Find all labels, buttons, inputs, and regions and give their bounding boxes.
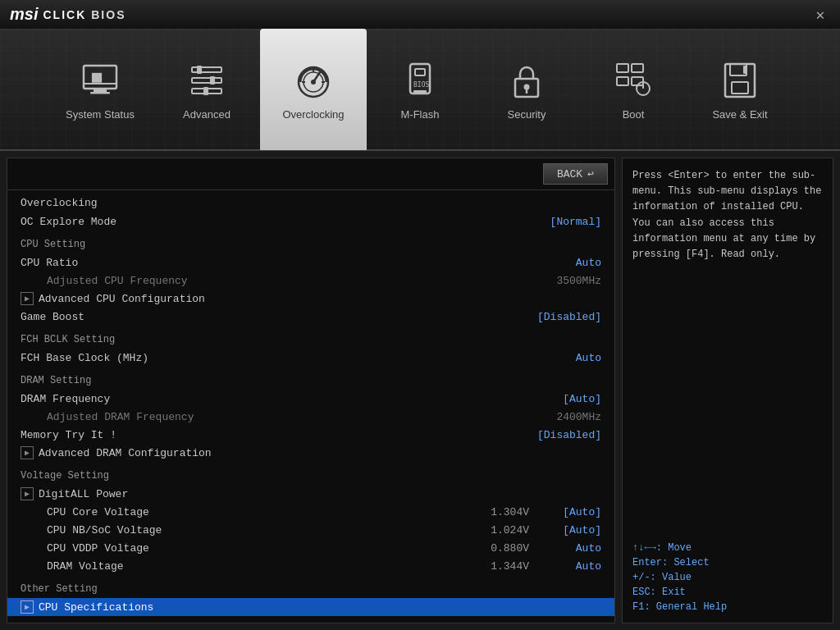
svg-rect-1 xyxy=(94,89,107,92)
svg-rect-25 xyxy=(617,64,628,72)
setting-name: Adjusted DRAM Frequency xyxy=(21,411,536,423)
setting-value: [Disabled] xyxy=(536,429,601,441)
setting-value: [Normal] xyxy=(536,216,601,228)
titlebar: msi CLICK BIOS ✕ xyxy=(0,0,840,30)
settings-panel: BACK ↩ Overclocking OC Explore Mode [Nor… xyxy=(7,158,615,623)
setting-name: CPU Ratio xyxy=(21,257,536,269)
svg-rect-10 xyxy=(203,87,208,95)
setting-val1: 1.304V xyxy=(480,506,529,518)
power-icon xyxy=(612,59,655,102)
setting-value: [Disabled] xyxy=(536,311,601,323)
setting-cpu-ratio[interactable]: CPU Ratio Auto xyxy=(7,253,614,272)
sub-indicator-active: ▶ xyxy=(21,600,34,614)
setting-adv-cpu-config[interactable]: ▶ Advanced CPU Configuration xyxy=(7,290,614,308)
setting-cpu-vddp-voltage[interactable]: CPU VDDP Voltage 0.880V Auto xyxy=(7,539,614,557)
setting-name: FCH Base Clock (MHz) xyxy=(21,352,536,364)
setting-name: ▶ DigitALL Power xyxy=(21,487,536,500)
setting-name: OC Explore Mode xyxy=(21,216,536,228)
key-exit: ESC: Exit xyxy=(632,587,823,598)
navbar: ██ System Status Advanced xyxy=(0,30,840,151)
nav-mflash[interactable]: BIOS M-Flash xyxy=(367,29,473,150)
setting-value: Auto xyxy=(536,542,601,555)
sub-indicator: ▶ xyxy=(21,292,34,305)
setting-name: DRAM Voltage xyxy=(21,560,480,573)
nav-system-status[interactable]: ██ System Status xyxy=(47,29,153,150)
nav-system-status-label: System Status xyxy=(66,108,135,121)
nav-advanced[interactable]: Advanced xyxy=(153,29,260,150)
setting-dram-frequency[interactable]: DRAM Frequency [Auto] xyxy=(7,390,614,408)
setting-name: CPU VDDP Voltage xyxy=(21,542,480,555)
setting-name: CPU NB/SoC Voltage xyxy=(21,524,480,536)
sub-indicator: ▶ xyxy=(21,487,34,500)
nav-security-label: Security xyxy=(508,108,546,121)
setting-fch-base-clock[interactable]: FCH Base Clock (MHz) Auto xyxy=(7,349,614,367)
nav-boot[interactable]: Boot xyxy=(580,29,687,150)
key-select: Enter: Select xyxy=(632,557,823,568)
logo-click-text: CLICK xyxy=(43,8,86,21)
lock-icon xyxy=(505,59,548,102)
nav-boot-label: Boot xyxy=(623,108,645,121)
setting-name: DRAM Frequency xyxy=(21,393,536,405)
setting-val1: 0.880V xyxy=(480,542,529,555)
svg-rect-33 xyxy=(732,82,748,94)
sub-indicator: ▶ xyxy=(21,446,34,459)
sliders-icon xyxy=(185,59,228,102)
section-title: Overclocking xyxy=(7,190,614,212)
setting-adv-dram-config[interactable]: ▶ Advanced DRAM Configuration xyxy=(7,444,614,462)
setting-name: ▶ Advanced DRAM Configuration xyxy=(21,446,536,459)
setting-value: Auto xyxy=(536,257,601,269)
setting-cpu-specifications[interactable]: ▶ CPU Specifications xyxy=(7,598,614,616)
setting-dram-voltage[interactable]: DRAM Voltage 1.344V Auto xyxy=(7,557,614,575)
setting-cpu-nb-voltage[interactable]: CPU NB/SoC Voltage 1.024V [Auto] xyxy=(7,521,614,539)
setting-value: Auto xyxy=(536,352,601,364)
setting-value: 2400MHz xyxy=(536,411,601,423)
key-guide: ↑↓←→: Move Enter: Select +/-: Value ESC:… xyxy=(632,542,823,613)
setting-value: [Auto] xyxy=(536,524,601,536)
setting-name: CPU Core Voltage xyxy=(21,506,480,518)
gauge-icon xyxy=(292,59,335,102)
monitor-icon: ██ xyxy=(79,59,121,102)
key-help: F1: General Help xyxy=(632,601,823,613)
setting-value: Auto xyxy=(536,560,601,573)
help-text: Press <Enter> to enter the sub-menu. Thi… xyxy=(632,168,823,532)
nav-save-exit-label: Save & Exit xyxy=(712,108,767,121)
nav-save-exit[interactable]: Save & Exit xyxy=(687,29,793,150)
setting-value: [Auto] xyxy=(536,393,601,405)
back-label: BACK xyxy=(557,168,582,180)
svg-rect-6 xyxy=(192,78,221,83)
logo-bios-text: BIOS xyxy=(91,8,126,21)
setting-value: [Auto] xyxy=(536,506,601,518)
setting-memory-try-it[interactable]: Memory Try It ! [Disabled] xyxy=(7,426,614,444)
group-other-setting: Other Setting xyxy=(7,575,614,598)
group-cpu-setting: CPU Setting xyxy=(7,231,614,253)
svg-rect-34 xyxy=(743,66,746,74)
setting-name: ▶ CPU Specifications xyxy=(21,600,536,614)
svg-text:██: ██ xyxy=(91,72,103,83)
nav-advanced-label: Advanced xyxy=(183,108,231,121)
group-voltage-setting: Voltage Setting xyxy=(7,462,614,485)
svg-point-23 xyxy=(524,84,530,89)
setting-cpu-core-voltage[interactable]: CPU Core Voltage 1.304V [Auto] xyxy=(7,503,614,521)
svg-rect-26 xyxy=(632,64,643,72)
help-panel: Press <Enter> to enter the sub-menu. Thi… xyxy=(622,158,833,623)
setting-game-boost[interactable]: Game Boost [Disabled] xyxy=(7,308,614,326)
svg-rect-21 xyxy=(413,90,427,93)
setting-digitall-power[interactable]: ▶ DigitALL Power xyxy=(7,485,614,503)
svg-point-14 xyxy=(311,80,316,84)
nav-mflash-label: M-Flash xyxy=(401,108,440,121)
nav-overclocking[interactable]: Overclocking xyxy=(260,29,367,150)
back-button[interactable]: BACK ↩ xyxy=(543,163,608,185)
nav-security[interactable]: Security xyxy=(473,29,580,150)
nav-overclocking-label: Overclocking xyxy=(282,108,344,121)
setting-value: 3500MHz xyxy=(536,275,601,287)
setting-val1: 1.024V xyxy=(480,524,529,536)
settings-list[interactable]: OC Explore Mode [Normal] CPU Setting CPU… xyxy=(7,212,614,623)
setting-name: Game Boost xyxy=(21,311,536,323)
setting-name: Memory Try It ! xyxy=(21,429,536,441)
svg-text:BIOS: BIOS xyxy=(413,81,429,89)
key-value: +/-: Value xyxy=(632,572,823,583)
setting-oc-explore-mode[interactable]: OC Explore Mode [Normal] xyxy=(7,212,614,231)
close-button[interactable]: ✕ xyxy=(810,5,830,25)
setting-adj-cpu-freq: Adjusted CPU Frequency 3500MHz xyxy=(7,272,614,290)
svg-rect-5 xyxy=(192,67,221,72)
